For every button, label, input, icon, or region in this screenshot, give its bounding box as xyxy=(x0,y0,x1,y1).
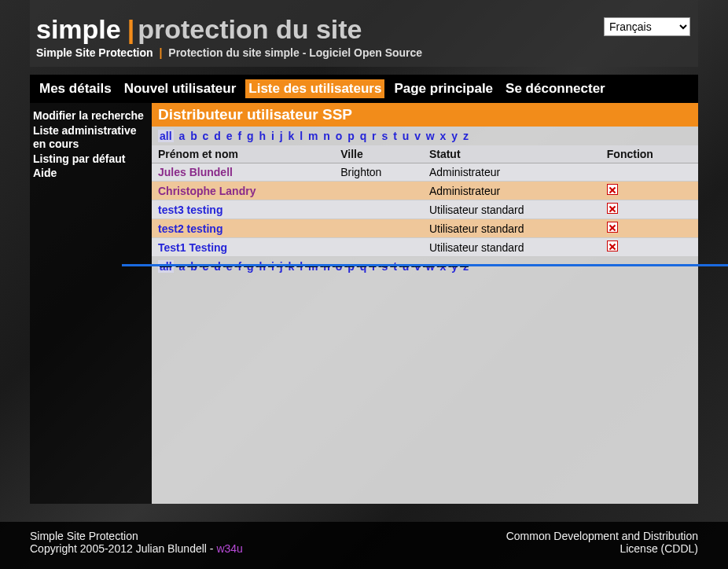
footer-product: Simple Site Protection xyxy=(30,530,243,542)
nav-item-0[interactable]: Mes détails xyxy=(36,79,115,98)
user-name-link[interactable]: Test1 Testing xyxy=(158,241,227,254)
alpha-x[interactable]: x xyxy=(440,260,447,273)
user-city xyxy=(334,238,423,257)
alpha-v[interactable]: v xyxy=(414,260,421,273)
alpha-g[interactable]: g xyxy=(247,130,254,142)
alpha-q[interactable]: q xyxy=(360,260,367,273)
alpha-z[interactable]: z xyxy=(463,130,469,142)
sidebar: Modifier la rechercheListe administrativ… xyxy=(30,103,152,504)
users-table: Prénom et nom Ville Statut Fonction Jule… xyxy=(152,145,698,257)
alpha-u[interactable]: u xyxy=(403,260,410,273)
alpha-m[interactable]: m xyxy=(308,130,318,142)
delete-icon[interactable] xyxy=(607,184,618,195)
sidebar-item-0[interactable]: Modifier la recherche xyxy=(33,109,149,123)
col-status[interactable]: Statut xyxy=(423,145,601,163)
alpha-i[interactable]: i xyxy=(271,130,274,142)
user-name-link[interactable]: test2 testing xyxy=(158,222,222,235)
subtitle-separator: | xyxy=(159,46,162,59)
alpha-j[interactable]: j xyxy=(280,260,283,273)
alpha-d[interactable]: d xyxy=(214,130,221,142)
nav-item-2[interactable]: Liste des utilisateurs xyxy=(245,79,384,98)
alpha-h[interactable]: h xyxy=(259,260,266,273)
alpha-t[interactable]: t xyxy=(393,130,397,142)
sidebar-item-3[interactable]: Aide xyxy=(33,167,149,181)
alpha-h[interactable]: h xyxy=(259,130,266,142)
alpha-b[interactable]: b xyxy=(190,130,197,142)
alpha-filter-top: all a b c d e f g h i j k l m n o p q r … xyxy=(152,127,698,145)
alpha-c[interactable]: c xyxy=(203,130,209,142)
alpha-w[interactable]: w xyxy=(426,260,435,273)
alpha-r[interactable]: r xyxy=(372,260,376,273)
alpha-r[interactable]: r xyxy=(372,130,376,142)
user-status: Administrateur xyxy=(423,182,601,200)
alpha-f[interactable]: f xyxy=(237,260,241,273)
alpha-s[interactable]: s xyxy=(381,260,388,273)
alpha-u[interactable]: u xyxy=(403,130,410,142)
alpha-e[interactable]: e xyxy=(226,130,233,142)
footer: Simple Site Protection Copyright 2005-20… xyxy=(0,522,728,569)
user-name-link[interactable]: Christophe Landry xyxy=(158,185,256,197)
title-rest: protection du site xyxy=(138,14,362,45)
alpha-p[interactable]: p xyxy=(347,130,355,142)
alpha-q[interactable]: q xyxy=(360,130,367,142)
footer-license: Common Development and Distribution Lice… xyxy=(478,530,698,555)
alpha-b[interactable]: b xyxy=(190,260,197,273)
nav-item-3[interactable]: Page principale xyxy=(391,79,496,98)
alpha-p[interactable]: p xyxy=(347,260,355,273)
alpha-l[interactable]: l xyxy=(300,260,303,273)
alpha-all[interactable]: all xyxy=(158,260,174,273)
header: simple | protection du site Simple Site … xyxy=(30,0,698,67)
delete-icon[interactable] xyxy=(607,240,618,251)
nav-item-4[interactable]: Se déconnecter xyxy=(502,79,609,98)
user-status: Utilisateur standard xyxy=(423,200,601,219)
alpha-z[interactable]: z xyxy=(463,260,469,273)
footer-link[interactable]: w34u xyxy=(216,542,242,555)
alpha-m[interactable]: m xyxy=(308,260,318,273)
alpha-y[interactable]: y xyxy=(451,260,458,273)
user-name-link[interactable]: test3 testing xyxy=(158,204,222,216)
user-city: Brighton xyxy=(334,163,423,182)
user-name-link[interactable]: Jules Blundell xyxy=(158,166,233,178)
alpha-i[interactable]: i xyxy=(271,260,274,273)
alpha-a[interactable]: a xyxy=(178,130,185,142)
sidebar-item-2[interactable]: Listing par défaut xyxy=(33,152,149,167)
alpha-y[interactable]: y xyxy=(451,130,458,142)
panel-title: Distributeur utilisateur SSP xyxy=(152,103,698,127)
user-status: Utilisateur standard xyxy=(423,219,601,238)
nav-item-1[interactable]: Nouvel utilisateur xyxy=(121,79,240,98)
alpha-o[interactable]: o xyxy=(336,130,343,142)
alpha-c[interactable]: c xyxy=(203,260,209,273)
delete-icon[interactable] xyxy=(607,203,618,214)
col-action[interactable]: Fonction xyxy=(601,145,698,163)
language-select[interactable]: Français xyxy=(604,17,690,36)
table-row: test3 testingUtilisateur standard xyxy=(152,200,698,219)
alpha-g[interactable]: g xyxy=(247,260,254,273)
alpha-n[interactable]: n xyxy=(323,260,330,273)
alpha-o[interactable]: o xyxy=(336,260,343,273)
sidebar-item-1[interactable]: Liste administrative en cours xyxy=(33,124,149,152)
title-separator: | xyxy=(127,14,135,45)
alpha-d[interactable]: d xyxy=(214,260,221,273)
alpha-f[interactable]: f xyxy=(237,130,241,142)
alpha-filter-bottom: all a b c d e f g h i j k l m n o p q r … xyxy=(152,257,698,276)
user-status: Utilisateur standard xyxy=(423,238,601,257)
main-panel: Distributeur utilisateur SSP all a b c d… xyxy=(152,103,698,504)
alpha-k[interactable]: k xyxy=(288,260,294,273)
alpha-k[interactable]: k xyxy=(288,130,294,142)
alpha-n[interactable]: n xyxy=(323,130,330,142)
alpha-t[interactable]: t xyxy=(393,260,397,273)
alpha-j[interactable]: j xyxy=(280,130,283,142)
col-city[interactable]: Ville xyxy=(334,145,423,163)
alpha-e[interactable]: e xyxy=(226,260,233,273)
alpha-x[interactable]: x xyxy=(440,130,447,142)
alpha-v[interactable]: v xyxy=(414,130,421,142)
main-nav: Mes détailsNouvel utilisateurListe des u… xyxy=(30,75,698,103)
alpha-a[interactable]: a xyxy=(178,260,185,273)
highlight-line xyxy=(122,264,728,266)
delete-icon[interactable] xyxy=(607,222,618,233)
alpha-s[interactable]: s xyxy=(381,130,388,142)
alpha-all[interactable]: all xyxy=(158,130,174,142)
alpha-w[interactable]: w xyxy=(426,130,435,142)
col-name[interactable]: Prénom et nom xyxy=(152,145,334,163)
alpha-l[interactable]: l xyxy=(300,130,303,142)
